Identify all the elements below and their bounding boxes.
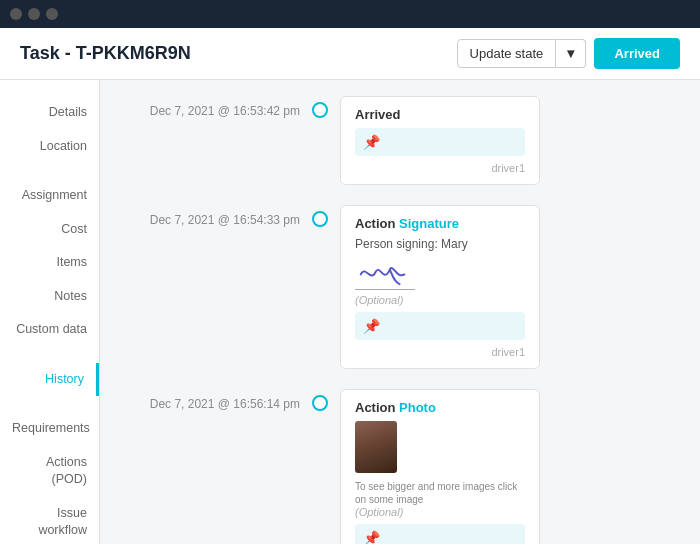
optional-label-photo: (Optional) xyxy=(355,506,525,518)
card-location-photo: 📌 xyxy=(355,524,525,544)
location-pin-icon: 📌 xyxy=(363,134,380,150)
titlebar xyxy=(0,0,700,28)
card-location-arrived: 📌 xyxy=(355,128,525,156)
signature-svg xyxy=(355,255,415,289)
photo-thumbnail[interactable] xyxy=(355,421,397,473)
timeline-dot-arrived xyxy=(312,102,328,118)
page-title: Task - T-PKKM6R9N xyxy=(20,43,191,64)
timeline-entry-arrived: Dec 7, 2021 @ 16:53:42 pm Arrived 📌 driv… xyxy=(120,96,680,185)
card-title-signature: Action Signature xyxy=(355,216,525,231)
location-pin-icon-photo: 📌 xyxy=(363,530,380,544)
titlebar-dot-1 xyxy=(10,8,22,20)
card-photo: Action Photo To see bigger and more imag… xyxy=(340,389,540,544)
sidebar-item-actions-pod[interactable]: Actions (POD) xyxy=(0,446,99,497)
action-word-signature: Action xyxy=(355,216,399,231)
sidebar-item-custom-data[interactable]: Custom data xyxy=(0,313,99,347)
signature-area: Person signing: Mary (Optional) xyxy=(355,237,525,306)
main-layout: Details Location Assignment Cost Items N… xyxy=(0,80,700,544)
timestamp-signature: Dec 7, 2021 @ 16:54:33 pm xyxy=(120,205,300,227)
person-signing: Person signing: Mary xyxy=(355,237,525,251)
update-state-chevron-button[interactable]: ▼ xyxy=(556,39,586,68)
card-title-photo: Action Photo xyxy=(355,400,525,415)
card-arrived: Arrived 📌 driver1 xyxy=(340,96,540,185)
sidebar-item-items[interactable]: Items xyxy=(0,246,99,280)
card-driver-signature: driver1 xyxy=(355,346,525,358)
sidebar-item-history[interactable]: History xyxy=(0,363,99,397)
timeline: Dec 7, 2021 @ 16:53:42 pm Arrived 📌 driv… xyxy=(120,96,680,544)
card-signature: Action Signature Person signing: Mary (O… xyxy=(340,205,540,369)
titlebar-dot-3 xyxy=(46,8,58,20)
timestamp-photo: Dec 7, 2021 @ 16:56:14 pm xyxy=(120,389,300,411)
timeline-entry-signature: Dec 7, 2021 @ 16:54:33 pm Action Signatu… xyxy=(120,205,680,369)
timeline-dot-col-1 xyxy=(312,96,328,118)
arrived-button[interactable]: Arrived xyxy=(594,38,680,69)
card-location-signature: 📌 xyxy=(355,312,525,340)
header-actions: Update state ▼ Arrived xyxy=(457,38,680,69)
timestamp-arrived: Dec 7, 2021 @ 16:53:42 pm xyxy=(120,96,300,118)
timeline-dot-signature xyxy=(312,211,328,227)
sidebar-item-requirements[interactable]: Requirements xyxy=(0,412,99,446)
highlight-signature: Signature xyxy=(399,216,459,231)
sidebar-item-assignment[interactable]: Assignment xyxy=(0,179,99,213)
signature-image xyxy=(355,255,415,290)
titlebar-dot-2 xyxy=(28,8,40,20)
timeline-entry-photo: Dec 7, 2021 @ 16:56:14 pm Action Photo T… xyxy=(120,389,680,544)
sidebar-item-details[interactable]: Details xyxy=(0,96,99,130)
sidebar-item-notes[interactable]: Notes xyxy=(0,280,99,314)
highlight-photo: Photo xyxy=(399,400,436,415)
timeline-dot-photo xyxy=(312,395,328,411)
photo-hint: To see bigger and more images click on s… xyxy=(355,480,525,506)
optional-label-signature: (Optional) xyxy=(355,294,525,306)
sidebar: Details Location Assignment Cost Items N… xyxy=(0,80,100,544)
header: Task - T-PKKM6R9N Update state ▼ Arrived xyxy=(0,28,700,80)
timeline-dot-col-3 xyxy=(312,389,328,411)
photo-area: To see bigger and more images click on s… xyxy=(355,421,525,518)
card-driver-arrived: driver1 xyxy=(355,162,525,174)
sidebar-item-issue-workflow[interactable]: Issue workflow xyxy=(0,497,99,545)
action-word-photo: Action xyxy=(355,400,399,415)
sidebar-item-cost[interactable]: Cost xyxy=(0,213,99,247)
location-pin-icon-sig: 📌 xyxy=(363,318,380,334)
card-title-arrived: Arrived xyxy=(355,107,525,122)
sidebar-item-location[interactable]: Location xyxy=(0,130,99,164)
timeline-dot-col-2 xyxy=(312,205,328,227)
main-content: Dec 7, 2021 @ 16:53:42 pm Arrived 📌 driv… xyxy=(100,80,700,544)
update-state-button[interactable]: Update state xyxy=(457,39,557,68)
